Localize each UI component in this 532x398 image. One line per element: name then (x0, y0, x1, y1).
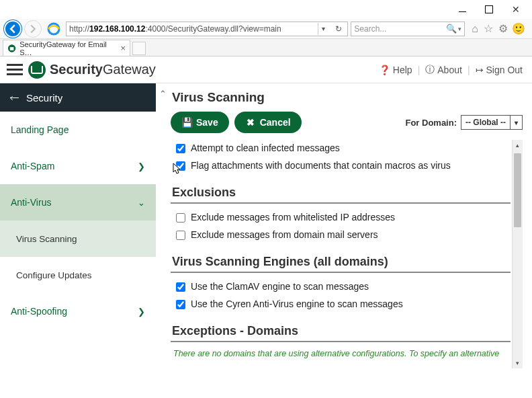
sidebar-item-label: Landing Page (11, 124, 69, 135)
option-exclude-domain[interactable]: Exclude messages from domain mail server… (171, 227, 511, 244)
checkbox-cyren[interactable] (176, 300, 185, 309)
address-bar[interactable]: http://192.168.100.12:4000/SecurityGatew… (66, 22, 348, 36)
domain-select-value: -- Global -- (461, 118, 510, 127)
tab-favicon-icon (7, 44, 16, 53)
refresh-icon[interactable]: ↻ (332, 24, 345, 34)
sidebar-item-landing-page[interactable]: Landing Page (0, 112, 156, 148)
window-close-button[interactable] (502, 1, 529, 17)
browser-tab-strip: SecurityGateway for Email S… × (0, 39, 532, 56)
save-disk-icon: 💾 (181, 117, 192, 128)
option-label: Attempt to clean infected messages (191, 143, 340, 153)
scroll-track[interactable] (513, 151, 523, 358)
option-label: Use the Cyren Anti-Virus engine to scan … (191, 298, 403, 309)
chevron-down-icon: ⌄ (138, 198, 145, 208)
chevron-right-icon: ❯ (138, 161, 145, 171)
option-clean-infected[interactable]: Attempt to clean infected messages (171, 140, 511, 157)
checkbox-clamav[interactable] (176, 282, 185, 292)
checkbox-clean-infected[interactable] (176, 144, 185, 153)
sidebar-back-header[interactable]: 🡐 Security (0, 83, 156, 112)
search-dropdown-icon[interactable]: ▾ (458, 26, 461, 32)
url-scheme: http:// (69, 24, 89, 34)
sidebar-item-label: Anti-Virus (11, 197, 51, 208)
checkbox-exclude-ip[interactable] (176, 213, 185, 223)
dropdown-arrow-icon: ▾ (510, 116, 522, 129)
checkbox-flag-macros[interactable] (176, 161, 185, 171)
sidebar-item-anti-spam[interactable]: Anti-Spam ❯ (0, 148, 156, 184)
about-link[interactable]: ⓘAbout (425, 64, 462, 76)
svg-rect-2 (10, 47, 14, 50)
search-icon[interactable]: 🔍 (446, 24, 457, 34)
window-maximize-button[interactable] (476, 1, 502, 17)
scroll-down-arrow-icon[interactable]: ▾ (513, 358, 523, 368)
shield-logo-icon (28, 61, 46, 79)
toolbar: 💾 Save ✖ Cancel For Domain: -- Global --… (171, 112, 523, 133)
option-label: Use the ClamAV engine to scan messages (191, 281, 369, 292)
cancel-button[interactable]: ✖ Cancel (234, 112, 302, 133)
exceptions-note: There are no domains that are using alte… (171, 348, 511, 360)
nav-back-button[interactable] (4, 20, 21, 38)
new-tab-button[interactable] (132, 42, 146, 55)
menu-hamburger-icon[interactable] (7, 64, 23, 75)
header-links: ❓Help | ⓘAbout | ↦Sign Out (379, 64, 523, 76)
scroll-thumb[interactable] (514, 153, 521, 227)
collapse-sidebar-icon[interactable]: ⌃ (159, 89, 167, 99)
domain-select[interactable]: -- Global -- ▾ (461, 115, 523, 130)
app-logo: SecurityGateway (28, 61, 156, 79)
cancel-x-icon: ✖ (245, 117, 256, 128)
app-header: SecurityGateway ❓Help | ⓘAbout | ↦Sign O… (0, 56, 532, 83)
help-icon: ❓ (379, 65, 390, 75)
home-icon[interactable]: ⌂ (472, 23, 478, 35)
option-exclude-ip[interactable]: Exclude messages from whitelisted IP add… (171, 209, 511, 227)
tab-title: SecurityGateway for Email S… (19, 40, 115, 56)
settings-scroll-panel: Attempt to clean infected messages Flag … (171, 140, 523, 368)
option-clamav[interactable]: Use the ClamAV engine to scan messages (171, 278, 511, 296)
option-label: Flag attachments with documents that con… (191, 160, 451, 171)
browser-nav-bar: http://192.168.100.12:4000/SecurityGatew… (0, 19, 532, 39)
chevron-right-icon: ❯ (138, 307, 145, 317)
help-link[interactable]: ❓Help (379, 65, 412, 75)
browser-tab[interactable]: SecurityGateway for Email S… × (3, 40, 130, 56)
sidebar: 🡐 Security Landing Page Anti-Spam ❯ Anti… (0, 83, 156, 398)
sidebar-item-configure-updates[interactable]: Configure Updates (0, 257, 156, 293)
signout-link[interactable]: ↦Sign Out (476, 65, 523, 75)
smiley-icon[interactable]: 🙂 (513, 24, 524, 34)
window-minimize-button[interactable] (449, 1, 476, 17)
ie-icon (46, 21, 62, 37)
search-placeholder: Search... (354, 24, 386, 34)
section-exclusions: Exclusions (171, 183, 511, 204)
sidebar-collapse-column: ⌃ (156, 83, 169, 398)
tab-close-icon[interactable]: × (120, 43, 126, 53)
info-icon: ⓘ (425, 64, 435, 76)
main-content: Virus Scanning 💾 Save ✖ Cancel For Domai… (169, 83, 532, 398)
option-label: Exclude messages from whitelisted IP add… (191, 212, 395, 223)
sidebar-item-anti-spoofing[interactable]: Anti-Spoofing ❯ (0, 293, 156, 329)
signout-icon: ↦ (476, 65, 484, 75)
browser-toolbar-icons: ⌂ ☆ ⚙ 🙂 (468, 22, 528, 35)
domain-label: For Domain: (405, 118, 457, 128)
gear-icon[interactable]: ⚙ (498, 22, 508, 35)
sidebar-item-anti-virus[interactable]: Anti-Virus ⌄ (0, 184, 156, 221)
save-button[interactable]: 💾 Save (171, 112, 229, 133)
url-dropdown-icon[interactable]: ▾ (318, 23, 328, 35)
sidebar-item-label: Configure Updates (16, 270, 92, 280)
sidebar-item-virus-scanning[interactable]: Virus Scanning (0, 221, 156, 257)
brand-text: SecurityGateway (50, 62, 156, 77)
browser-search-box[interactable]: Search... 🔍▾ (351, 22, 465, 36)
section-exceptions: Exceptions - Domains (171, 321, 511, 342)
sidebar-section-title: Security (26, 92, 62, 104)
url-host: 192.168.100.12 (89, 24, 145, 34)
option-flag-macros[interactable]: Flag attachments with documents that con… (171, 157, 511, 175)
sidebar-item-label: Anti-Spam (11, 161, 54, 171)
app-body: 🡐 Security Landing Page Anti-Spam ❯ Anti… (0, 83, 532, 398)
window-titlebar (0, 0, 532, 19)
option-cyren[interactable]: Use the Cyren Anti-Virus engine to scan … (171, 296, 511, 313)
domain-selector: For Domain: -- Global -- ▾ (405, 115, 523, 130)
option-label: Exclude messages from domain mail server… (191, 229, 378, 240)
favorites-icon[interactable]: ☆ (484, 22, 493, 35)
scroll-up-arrow-icon[interactable]: ▴ (513, 140, 523, 151)
vertical-scrollbar[interactable]: ▴ ▾ (512, 140, 523, 368)
sidebar-item-label: Anti-Spoofing (11, 306, 67, 317)
nav-forward-button[interactable] (24, 20, 42, 38)
url-path: :4000/SecurityGateway.dll?view=main (145, 24, 281, 34)
checkbox-exclude-domain[interactable] (176, 231, 185, 240)
